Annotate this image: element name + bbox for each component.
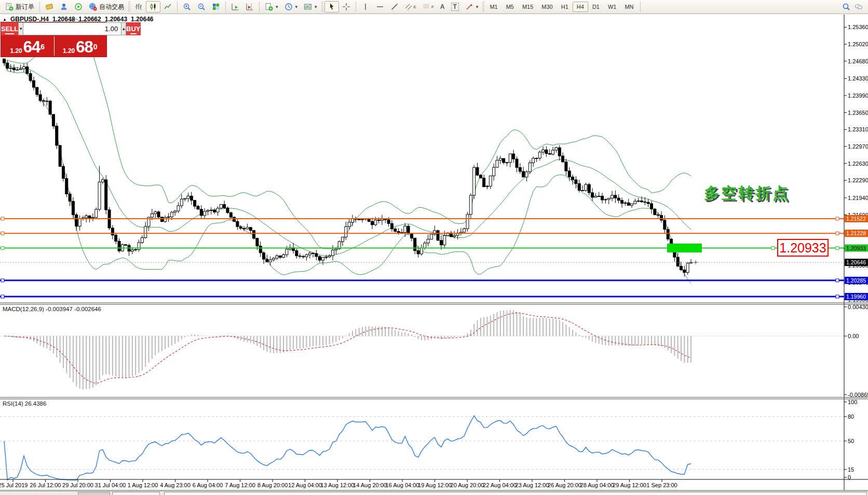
candle-body [39,95,42,101]
candle-body [466,215,469,229]
time-axis-label[interactable]: 6 Aug 04:00 [193,482,223,488]
time-axis-label[interactable]: 22 Aug 04:00 [483,482,517,488]
candle-body [525,172,528,177]
chart-tab[interactable] [164,492,867,495]
candle-body [256,238,259,246]
chart-canvas[interactable]: 1.253601.250201.246801.243301.239901.236… [0,0,868,495]
candle-body [588,184,590,193]
level-line-handle[interactable] [1,247,4,250]
candle-body [16,70,19,70]
candle-body [499,158,501,160]
callout-anchor-handle[interactable] [771,247,775,250]
candle-body [394,229,397,232]
candle-body [194,200,196,206]
level-line-handle[interactable] [836,279,839,282]
open-value: 1.20648 [52,16,75,23]
candle-body [387,220,390,223]
level-line-handle[interactable] [1,232,4,235]
price-callout-label[interactable]: 1.20933 [777,239,829,257]
time-axis-label[interactable]: 23 Aug 12:00 [516,482,549,488]
candle-body [29,74,32,81]
time-axis-label[interactable]: 16 Aug 04:00 [386,482,419,488]
candle-body [558,148,561,156]
time-axis-label[interactable]: 1 Sep 23:00 [646,482,677,488]
level-line-handle[interactable] [1,217,4,220]
candle-body [170,212,173,217]
time-axis-label[interactable]: 7 Aug 12:00 [225,482,255,488]
candle-body [95,209,98,218]
volume-input[interactable] [23,22,121,35]
volume-decrease-button[interactable]: ▼ [18,22,23,35]
time-axis-label[interactable]: 19 Aug 12:00 [418,482,452,488]
time-axis-label[interactable]: 28 Aug 04:00 [580,482,614,488]
price-axis-tick-label: 1.23310 [848,126,868,132]
candle-body [141,238,143,243]
time-axis-label[interactable]: 26 Aug 20:00 [548,482,581,488]
candle-body [341,237,344,242]
candle-body [328,256,331,257]
level-line-handle[interactable] [836,217,839,220]
macd-indicator-label: MACD(12,26,9) -0.003947 -0.002646 [3,306,101,312]
candle-body [673,252,676,257]
buy-price[interactable]: 1.20 68 0 [54,35,107,57]
rsi-axis-label: 0 [848,474,851,480]
candle-body [184,198,186,199]
time-axis-label[interactable]: 29 Jul 20:00 [62,482,93,488]
candle-body [216,208,219,212]
candle-body [683,270,686,272]
candle-body [154,212,157,214]
time-axis-label[interactable]: 12 Aug 04:00 [288,482,322,488]
candle-body [174,211,177,212]
collapse-arrow-icon[interactable]: ▲ [3,17,7,22]
time-axis-label[interactable]: 25 Jul 2019 [0,482,28,488]
candle-body [407,226,410,234]
candle-body [443,235,446,245]
candle-body [542,150,545,152]
candle-body [115,235,117,242]
candle-body [325,257,328,258]
candle-body [157,212,160,217]
candle-body [213,210,216,212]
candle-body [381,219,383,220]
candle-body [151,213,153,217]
level-line-handle[interactable] [1,295,4,298]
time-axis-label[interactable]: 4 Aug 23:00 [160,482,191,488]
candle-body [105,180,107,210]
candle-body [565,162,567,171]
time-axis-label[interactable]: 1 Aug 12:00 [128,482,158,488]
time-axis-label[interactable]: 13 Aug 12:00 [321,482,355,488]
sell-price[interactable]: 1.20 64 6 [1,35,54,57]
chart-tab[interactable] [78,492,110,495]
macd-axis-label: -0.008651 [848,392,868,398]
level-line-handle[interactable] [1,279,4,282]
level-line-handle[interactable] [836,247,839,250]
time-axis-label[interactable]: 26 Jul 12:00 [30,482,61,488]
time-axis-label[interactable]: 29 Aug 12:00 [613,482,646,488]
candle-body [312,253,315,253]
level-line-handle[interactable] [836,295,839,298]
candle-body [46,101,48,101]
buy-button[interactable]: BUY [126,22,140,35]
time-axis-label[interactable]: 14 Aug 20:00 [353,482,387,488]
chart-annotation-text[interactable]: 多空转折点 [704,183,790,204]
level-line-handle[interactable] [836,232,839,235]
highlight-rectangle[interactable] [667,244,702,252]
sell-button[interactable]: SELL [1,22,18,35]
candle-body [493,167,495,176]
candle-body [410,234,413,238]
volume-increase-button[interactable]: ▲ [121,22,126,35]
candle-body [164,218,167,222]
chart-tab-bar [0,491,868,495]
candle-body [42,101,45,101]
time-axis-label[interactable]: 8 Aug 20:00 [257,482,288,488]
candle-body [528,163,531,171]
candle-body [190,196,193,200]
price-axis-tick-label: 1.23650 [848,110,868,116]
time-axis-label[interactable]: 31 Jul 04:00 [95,482,126,488]
rsi-axis-label: 80 [848,413,854,420]
candle-body [463,229,466,232]
candle-body [226,208,229,212]
time-axis-label[interactable]: 20 Aug 20:00 [451,482,484,488]
chart-tab[interactable] [112,492,160,495]
candle-body [601,196,604,199]
